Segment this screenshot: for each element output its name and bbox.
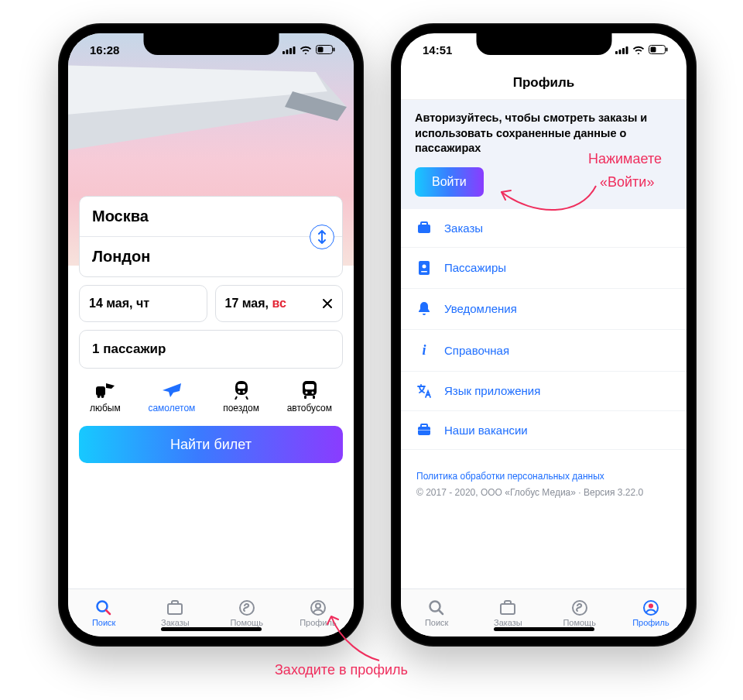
transport-any[interactable]: любым [90, 379, 121, 413]
svg-rect-5 [318, 47, 324, 53]
help-icon [571, 599, 588, 616]
find-ticket-button[interactable]: Найти билет [79, 426, 343, 463]
svg-rect-18 [305, 384, 314, 389]
annotation-goto-profile: Заходите в профиль [275, 662, 408, 678]
svg-point-27 [316, 603, 320, 608]
info-icon: i [416, 342, 432, 359]
depart-date-text: 14 мая, чт [89, 297, 149, 311]
svg-point-16 [242, 391, 245, 393]
profile-icon [642, 599, 659, 616]
screen-title: Профиль [401, 66, 687, 100]
wifi-icon [632, 46, 645, 54]
briefcase-icon [417, 221, 431, 234]
tab-search[interactable]: Поиск [401, 589, 472, 637]
annotation-press-login-1: Нажимаете [588, 151, 662, 167]
svg-point-11 [97, 395, 100, 398]
signal-icon [282, 46, 296, 54]
svg-rect-2 [289, 48, 292, 54]
device-notch [143, 33, 279, 55]
footer: Политика обработки персональных данных ©… [401, 450, 687, 502]
svg-rect-10 [96, 386, 105, 396]
bus-icon [300, 379, 319, 400]
help-icon [238, 599, 255, 616]
svg-rect-33 [651, 47, 656, 53]
translate-icon [416, 384, 432, 398]
svg-rect-21 [304, 396, 306, 399]
svg-rect-28 [615, 51, 618, 54]
phone-mockup-profile: 14:51 Профиль Авторизуйтесь, чтобы смотр… [391, 23, 697, 647]
phone-mockup-search: 16:28 Москва Лондон [58, 23, 364, 647]
battery-icon [649, 45, 668, 54]
svg-rect-38 [421, 271, 427, 273]
transport-bus[interactable]: автобусом [287, 379, 332, 413]
auth-message: Авторизуйтесь, чтобы смотреть заказы и и… [415, 111, 673, 156]
svg-rect-42 [501, 604, 515, 614]
bell-icon [417, 301, 431, 317]
svg-rect-14 [238, 384, 245, 389]
svg-point-37 [423, 264, 426, 268]
svg-rect-29 [619, 50, 621, 54]
orders-icon [499, 600, 516, 616]
menu-item-language[interactable]: Язык приложения [401, 372, 687, 411]
depart-date-input[interactable]: 14 мая, чт [79, 285, 207, 322]
device-notch [476, 33, 611, 55]
home-indicator [494, 627, 594, 631]
menu-item-jobs[interactable]: Наши вакансии [401, 411, 687, 450]
swap-cities-button[interactable] [310, 225, 334, 249]
menu-item-passengers[interactable]: Пассажиры [401, 248, 687, 289]
home-indicator [161, 627, 262, 631]
from-city-input[interactable]: Москва [80, 197, 342, 236]
svg-point-15 [238, 391, 240, 393]
tab-profile[interactable]: Профиль [615, 589, 687, 637]
wifi-icon [300, 46, 312, 54]
status-time: 14:51 [423, 43, 452, 57]
battery-icon [316, 45, 335, 54]
profile-icon [310, 599, 327, 616]
transport-plane[interactable]: самолетом [148, 379, 195, 413]
annotation-press-login-2: «Войти» [600, 174, 654, 190]
svg-rect-31 [626, 46, 628, 54]
route-box: Москва Лондон [79, 196, 343, 277]
return-date-input[interactable]: 17 мая, вс [215, 285, 344, 322]
svg-rect-30 [622, 48, 625, 54]
annotation-arrow-profile [325, 610, 387, 664]
svg-point-19 [305, 392, 307, 394]
return-date-text: 17 мая, вс [225, 297, 286, 311]
status-time: 16:28 [90, 43, 119, 57]
passengers-input[interactable]: 1 пассажир [79, 330, 343, 369]
mixed-transport-icon [94, 380, 116, 399]
signal-icon [615, 46, 628, 54]
tab-search[interactable]: Поиск [68, 589, 139, 637]
menu-item-help[interactable]: i Справочная [401, 330, 687, 372]
svg-rect-1 [286, 50, 289, 54]
annotation-arrow-login [495, 178, 604, 225]
jobs-icon [417, 424, 431, 436]
menu-item-notifications[interactable]: Уведомления [401, 289, 687, 330]
svg-rect-34 [666, 48, 668, 52]
svg-rect-40 [418, 430, 430, 431]
transport-train[interactable]: поездом [223, 379, 259, 413]
svg-point-12 [101, 395, 104, 398]
plane-icon [161, 380, 183, 399]
svg-rect-39 [418, 427, 430, 435]
privacy-policy-link[interactable]: Политика обработки персональных данных [416, 471, 604, 482]
to-city-input[interactable]: Лондон [80, 237, 342, 276]
svg-point-20 [311, 392, 313, 394]
search-icon [428, 599, 445, 616]
svg-rect-3 [293, 46, 296, 54]
svg-rect-6 [334, 48, 335, 52]
search-icon [95, 599, 112, 616]
clear-date-icon[interactable] [322, 298, 333, 309]
copyright-text: © 2017 - 2020, ООО «Глобус Медиа» · Верс… [416, 487, 643, 498]
profile-menu: Заказы Пассажиры Уведомления i Справочна… [401, 209, 687, 450]
orders-icon [166, 600, 183, 616]
login-button[interactable]: Войти [415, 167, 484, 197]
swap-icon [317, 230, 327, 244]
svg-rect-0 [282, 51, 285, 54]
train-icon [232, 379, 251, 400]
svg-point-45 [649, 603, 653, 608]
passport-icon [418, 260, 430, 276]
svg-rect-22 [313, 396, 315, 399]
svg-rect-35 [418, 225, 430, 233]
airplane-wing-illustration [68, 64, 354, 180]
